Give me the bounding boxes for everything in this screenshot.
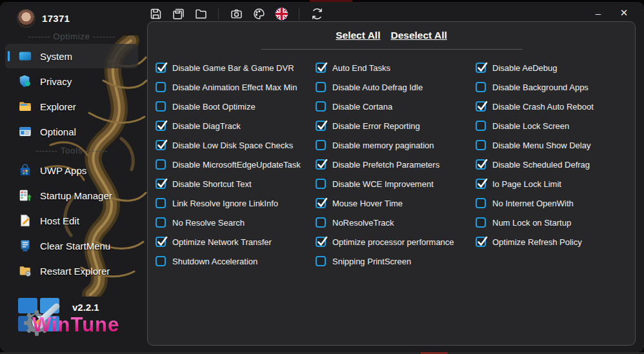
sidebar-item-host-edit[interactable]: Host Edit [5,208,138,233]
checkbox-checked[interactable] [476,63,486,73]
checkbox-unchecked[interactable] [316,101,326,112]
checkbox-checked[interactable] [476,159,486,170]
checkbox-unchecked[interactable] [476,121,486,131]
tweak-row[interactable]: Shutdown Acceleration [156,251,316,271]
sidebar-item-clear-startmenu[interactable]: Clear StartMenu [5,233,138,258]
checkbox-checked[interactable] [156,237,166,247]
tweak-row[interactable]: Disable Scheduled Defrag [476,155,636,174]
checkbox-checked[interactable] [156,121,166,131]
tweak-row[interactable]: Mouse Hover Time [316,193,476,213]
tweak-row[interactable]: Disable Menu Show Delay [476,135,636,155]
checkbox-checked[interactable] [316,198,326,208]
tweak-row[interactable]: Disable Shortcut Text [156,174,316,193]
deselect-all-button[interactable]: Deselect All [390,30,447,41]
startup-manager-icon [18,188,32,202]
checkbox-checked[interactable] [476,237,486,247]
tweak-row[interactable]: Disable AeDebug [476,58,636,77]
tweak-row[interactable]: NoResolveTrack [316,213,476,232]
toolbar-separator [299,8,299,19]
tweak-label: Disable Background Apps [492,83,589,92]
select-all-button[interactable]: Select All [336,30,380,41]
tweak-row[interactable]: Disable WCE Improvement [316,174,476,193]
checkbox-unchecked[interactable] [316,179,326,189]
tweak-row[interactable]: Disable Boot Optimize [156,97,316,116]
user-name: 17371 [42,13,70,24]
sidebar-item-label: Optional [40,126,76,137]
tweak-row[interactable]: Optimize Network Transfer [156,232,316,251]
sidebar-item-label: Privacy [40,76,72,87]
checkbox-unchecked[interactable] [316,217,326,228]
screenshot-button[interactable] [228,6,245,23]
tweak-label: Shutdown Acceleration [172,257,257,266]
tweak-row[interactable]: Disable MicrosoftEdgeUpdateTask [156,155,316,174]
minimize-button[interactable]: – [589,5,608,21]
checkbox-unchecked[interactable] [156,101,166,112]
tweak-row[interactable]: Snipping PrintScreen [316,251,476,271]
checkbox-checked[interactable] [316,159,326,170]
tweak-row[interactable]: Disable Game Bar & Game DVR [156,58,316,77]
checkbox-unchecked[interactable] [316,82,326,92]
main-panel: Select All Deselect All Disable Game Bar… [147,21,636,346]
tweak-row[interactable]: Disable Animation Effect Max Min [156,77,316,97]
sidebar-item-startup-manager[interactable]: Startup Manager [5,183,138,208]
sidebar-item-explorer[interactable]: Explorer [5,94,138,119]
tweak-row[interactable]: Disable Auto Defrag Idle [316,77,476,97]
tweak-row[interactable]: Disable Crash Auto Reboot [476,97,636,116]
checkbox-unchecked[interactable] [476,217,486,228]
checkbox-checked[interactable] [316,121,326,131]
tweak-row[interactable]: Optimize Refresh Policy [476,232,636,251]
tweak-label: Snipping PrintScreen [332,257,411,266]
sidebar-item-optional[interactable]: Optional [5,119,138,144]
tweak-row[interactable]: Num Lock on Startup [476,213,636,232]
checkbox-unchecked[interactable] [156,198,166,208]
checkbox-unchecked[interactable] [476,82,486,92]
checkbox-unchecked[interactable] [156,256,166,266]
checkbox-checked[interactable] [156,179,166,189]
tweak-row[interactable]: Disable Error Reporting [316,116,476,135]
restart-explorer-icon [18,264,32,278]
tweak-row[interactable]: No Resolve Search [156,213,316,232]
checkbox-checked[interactable] [316,237,326,247]
checkbox-unchecked[interactable] [156,217,166,228]
checkbox-unchecked[interactable] [156,82,166,92]
tweak-label: Optimize processor performance [332,237,454,247]
tweak-row[interactable]: Link Resolve Ignore LinkInfo [156,193,316,213]
tweak-row[interactable]: Disable Lock Screen [476,116,636,135]
sidebar-item-system[interactable]: System [5,44,138,68]
tweak-row[interactable]: Disable Cortana [316,97,476,116]
language-button[interactable] [273,6,290,23]
checkbox-unchecked[interactable] [316,256,326,266]
save-button[interactable] [147,6,164,23]
host-edit-icon [18,213,32,228]
checkbox-checked[interactable] [476,179,486,189]
sidebar-item-restart-explorer[interactable]: Restart Explorer [5,259,138,283]
tweak-row[interactable]: Optimize processor performance [316,232,476,251]
checkbox-checked[interactable] [316,63,326,73]
close-button[interactable]: ✕ [614,5,634,21]
refresh-button[interactable] [308,6,325,23]
sidebar-item-privacy[interactable]: Privacy [5,69,138,93]
uwp-apps-bag-icon [18,163,32,177]
tweak-label: Disable Low Disk Space Checks [172,141,293,150]
open-file-button[interactable] [192,6,209,23]
save-all-button[interactable] [170,6,186,23]
checkbox-checked[interactable] [156,140,166,150]
checkbox-unchecked[interactable] [476,198,486,208]
checkbox-unchecked[interactable] [316,140,326,150]
tweak-row[interactable]: Disable Background Apps [476,77,636,97]
checkbox-unchecked[interactable] [476,140,486,150]
tweak-row[interactable]: Disable Low Disk Space Checks [156,135,316,155]
checkbox-checked[interactable] [156,63,166,73]
theme-button[interactable] [250,6,267,23]
tweak-row[interactable]: Io Page Lock Limit [476,174,636,193]
user-avatar[interactable] [17,9,35,28]
tweak-row[interactable]: Disable memory pagination [316,135,476,155]
tweak-label: Num Lock on Startup [492,218,571,228]
checkbox-unchecked[interactable] [156,159,166,170]
tweak-row[interactable]: Disable Prefetch Parameters [316,155,476,174]
checkbox-checked[interactable] [476,101,486,112]
sidebar-item-uwp-apps[interactable]: UWP Apps [5,158,138,182]
tweak-row[interactable]: No Internet OpenWith [476,193,636,213]
tweak-row[interactable]: Auto End Tasks [316,58,476,77]
tweak-row[interactable]: Disable DiagTrack [156,116,316,135]
